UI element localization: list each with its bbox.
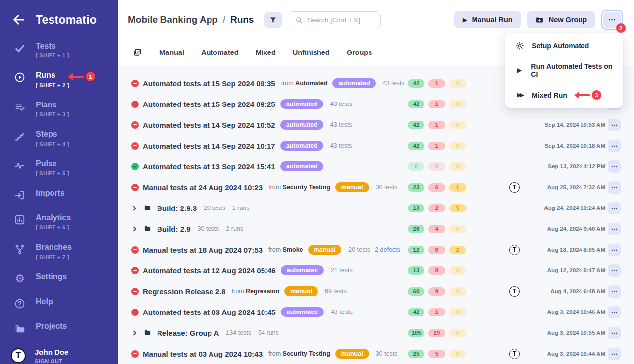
stat-pill-failed: 4 [428, 225, 445, 233]
run-row[interactable]: Automated tests at 03 Aug 2024 10:45 aut… [118, 302, 634, 322]
row-actions-button[interactable]: ⋯ [608, 202, 621, 214]
group-title[interactable]: Build: 2.9.3 [157, 204, 197, 212]
run-title[interactable]: Automated tests at 12 Aug 2024 05:46 [143, 266, 276, 275]
group-row[interactable]: Release: Group A 134 tests 54 runs 10529… [118, 322, 634, 343]
stat-pill-skipped: 0 [449, 287, 466, 296]
run-stats: 4210 [408, 308, 466, 316]
runs-count: 2 runs [226, 225, 243, 232]
run-title[interactable]: Automated tests at 14 Sep 2024 10:52 [143, 121, 275, 129]
run-title[interactable]: Automated tests at 03 Aug 2024 10:45 [143, 308, 276, 316]
run-title[interactable]: Manual tests at 18 Aug 2024 07:53 [143, 246, 263, 254]
tab-mixed[interactable]: Mixed [256, 49, 276, 56]
sidebar-item-label: Projects [36, 322, 67, 331]
stat-pill-skipped: 0 [449, 100, 466, 108]
row-actions-button[interactable]: ⋯ [608, 160, 621, 173]
run-row[interactable]: Automated tests at 14 Sep 2024 10:17 aut… [118, 135, 634, 156]
chevron-right-icon[interactable] [131, 205, 138, 211]
row-actions-button[interactable]: ⋯ [608, 264, 621, 277]
run-title[interactable]: Automated tests at 13 Sep 2024 15:41 [143, 162, 275, 171]
sidebar-item-projects[interactable]: Projects [0, 318, 118, 338]
sidebar-item-runs[interactable]: Runs [ SHIFT + 2 ] 1 [0, 67, 118, 92]
menu-item-run-automated-tests-on-ci[interactable]: ▶ Run Automated Tests on CI [505, 56, 623, 84]
more-actions-button[interactable]: ⋯ 2 [601, 10, 623, 30]
run-title[interactable]: Automated tests at 15 Sep 2024 09:25 [143, 100, 275, 108]
user-row[interactable]: T John Doe SIGN OUT [0, 343, 118, 364]
sidebar-item-shortcut: [ SHIFT + 1 ] [36, 52, 69, 58]
menu-item-mixed-run[interactable]: ▶▶ Mixed Run 3 [505, 84, 623, 105]
run-type-badge: manual [335, 349, 369, 359]
run-title[interactable]: Automated tests at 14 Sep 2024 10:17 [143, 142, 275, 150]
row-actions-button[interactable]: ⋯ [608, 285, 621, 298]
run-row[interactable]: Manual tests at 18 Aug 2024 07:53 from S… [118, 239, 634, 260]
row-actions-button[interactable]: ⋯ [608, 306, 621, 318]
run-stats: 6090 [408, 287, 466, 296]
back-arrow-icon[interactable] [12, 13, 26, 27]
sidebar-item-plans[interactable]: Plans [ SHIFT + 3 ] [0, 97, 118, 121]
new-group-button[interactable]: New Group [527, 11, 595, 28]
row-actions-button[interactable]: ⋯ [608, 181, 621, 194]
group-row[interactable]: Build: 2.9 30 tests 2 runs 2640 Aug 24, … [118, 218, 634, 239]
sign-out-link[interactable]: SIGN OUT [35, 358, 68, 364]
run-row[interactable]: Automated tests at 14 Sep 2024 10:52 aut… [118, 114, 634, 135]
manual-run-button[interactable]: ▶ Manual Run [454, 11, 521, 28]
sidebar-item-tests[interactable]: Tests [ SHIFT + 1 ] [0, 38, 118, 62]
sidebar-item-shortcut: [ SHIFT + 5 ] [36, 170, 69, 176]
run-title[interactable]: Manual tests at 03 Aug 2024 10:43 [143, 350, 263, 358]
row-actions-button[interactable]: ⋯ [608, 327, 621, 339]
run-date: Aug 3, 2024 10:55 AM [547, 330, 605, 336]
sidebar-item-settings[interactable]: ⚙ Settings [0, 268, 118, 289]
row-actions-button[interactable]: ⋯ [608, 140, 621, 152]
run-date: Sep 14, 2024 10:18 AM [545, 143, 605, 149]
row-actions-button[interactable]: ⋯ [608, 119, 621, 131]
run-title[interactable]: Automated tests at 15 Sep 2024 09:35 [143, 79, 275, 88]
sidebar-item-pulse[interactable]: Pulse [ SHIFT + 5 ] [0, 156, 118, 180]
sidebar-item-help[interactable]: Help [0, 293, 118, 313]
tab-groups[interactable]: Groups [347, 49, 372, 56]
stat-pill-failed: 1 [428, 79, 445, 88]
run-row[interactable]: Automated tests at 13 Sep 2024 15:41 aut… [118, 156, 634, 177]
stat-pill-skipped: 0 [449, 79, 466, 88]
sidebar-item-label: Settings [36, 272, 67, 281]
run-date: Aug 24, 2024 9:40 AM [547, 226, 605, 232]
search-input[interactable] [307, 16, 374, 24]
topbar-actions: ▶ Manual Run New Group ⋯ 2 [454, 10, 623, 30]
run-title[interactable]: Manual tests at 24 Aug 2024 10:23 [143, 183, 263, 192]
brand-title: Testomatio [36, 13, 97, 27]
stat-pill-failed: 1 [428, 100, 445, 108]
row-actions-button[interactable]: ⋯ [608, 223, 621, 235]
stat-pill-failed: 1 [428, 142, 445, 150]
chevron-right-icon[interactable] [131, 329, 138, 336]
run-stats: 1262 [408, 246, 466, 254]
filter-button[interactable] [264, 12, 282, 28]
tab-unfinished[interactable]: Unfinished [293, 49, 330, 56]
run-type-badge: manual [335, 182, 369, 192]
sidebar-item-branches[interactable]: Branches [ SHIFT + 7 ] [0, 239, 118, 263]
menu-item-setup-automated[interactable]: Setup Automated [505, 35, 623, 56]
group-row[interactable]: Build: 2.9.3 20 tests 1 runs 1325 Aug 24… [118, 198, 634, 218]
chevron-right-icon[interactable] [131, 225, 138, 232]
breadcrumb-project[interactable]: Mobile Banking App [128, 14, 218, 25]
sidebar-item-steps[interactable]: Steps [ SHIFT + 4 ] [0, 126, 118, 151]
row-actions-button[interactable]: ⋯ [608, 244, 621, 256]
group-title[interactable]: Build: 2.9 [157, 225, 191, 233]
run-title[interactable]: Regression Release 2.8 [143, 287, 226, 296]
run-row[interactable]: Manual tests at 24 Aug 2024 10:23 from S… [118, 177, 634, 198]
group-title[interactable]: Release: Group A [157, 329, 219, 337]
more-actions-dropdown: Setup Automated ▶ Run Automated Tests on… [505, 33, 623, 108]
run-row[interactable]: Manual tests at 03 Aug 2024 10:43 from S… [118, 343, 634, 364]
tab-manual[interactable]: Manual [159, 49, 184, 56]
pulse-icon [14, 160, 26, 172]
search-box[interactable] [289, 11, 381, 28]
defects-link[interactable]: 2 defects [375, 246, 400, 253]
tab-automated[interactable]: Automated [201, 49, 239, 56]
stat-pill-skipped: 0 [449, 225, 466, 233]
status-failed-icon [131, 80, 139, 87]
runs-count: 54 runs [258, 329, 279, 336]
row-actions-button[interactable]: ⋯ [608, 348, 621, 360]
all-runs-tab-icon[interactable] [133, 48, 143, 57]
run-row[interactable]: Automated tests at 12 Aug 2024 05:46 aut… [118, 260, 634, 281]
sidebar-item-imports[interactable]: Imports [0, 185, 118, 205]
sidebar-item-analytics[interactable]: Analytics [ SHIFT + 6 ] [0, 209, 118, 234]
run-stats: 1325 [408, 204, 466, 212]
run-row[interactable]: Regression Release 2.8 from Regression m… [118, 281, 634, 302]
